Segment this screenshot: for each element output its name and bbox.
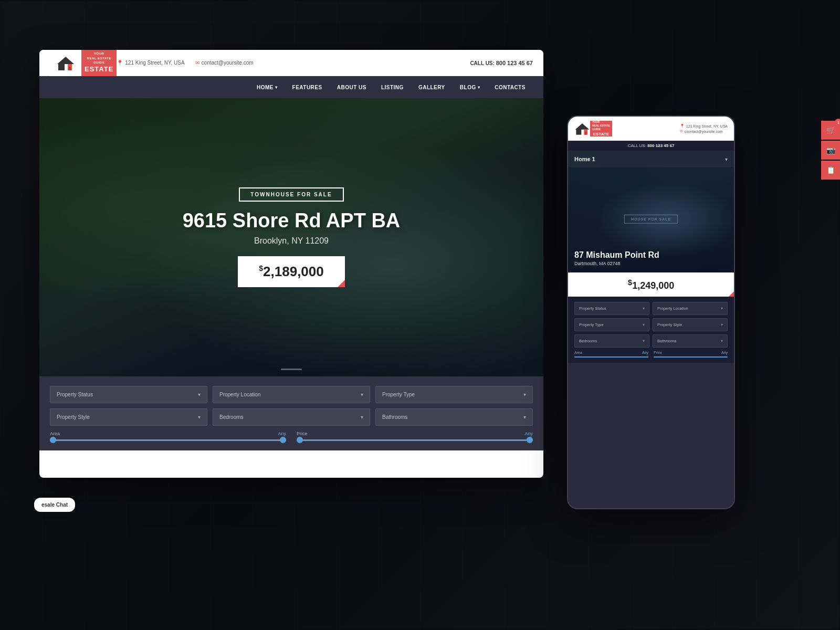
chevron-down-icon: ▾ (643, 322, 645, 327)
nav-home[interactable]: HOME ▾ (249, 76, 285, 98)
svg-rect-0 (58, 63, 65, 70)
nav-blog-arrow: ▾ (478, 85, 480, 90)
cart-icon: 🛒 (826, 126, 835, 134)
nav-features[interactable]: FEATURES (285, 76, 330, 98)
desktop-nav: HOME ▾ FEATURES ABOUT US LISTING GALLERY… (39, 76, 543, 98)
mobile-email-info: ✉ csontact@yoursite.com (680, 129, 728, 133)
mobile-mockup: YOURREAL ESTATEGUIDE ESTATE 📍 121 King S… (567, 116, 735, 509)
price-slider-group: Price Any (297, 431, 533, 441)
camera-button[interactable]: 📷 (821, 141, 840, 160)
area-slider-group: Area Any (50, 431, 286, 441)
chat-widget: esale Chat (34, 498, 75, 512)
chat-bubble[interactable]: esale Chat (34, 498, 75, 512)
chevron-down-icon: ▾ (361, 414, 363, 420)
nav-listing[interactable]: LISTING (374, 76, 411, 98)
mobile-filter-row-1: Property Status ▾ Property Location ▾ (574, 302, 728, 315)
svg-rect-4 (576, 129, 581, 135)
price-slider-fill (297, 439, 533, 441)
svg-rect-3 (69, 67, 71, 70)
mobile-price-slider-track[interactable] (654, 356, 728, 358)
mobile-property-type-select[interactable]: Property Type ▾ (574, 318, 649, 331)
mobile-hero: HOUSE FOR SALE 87 Mishaum Point Rd Dartm… (568, 167, 734, 272)
property-style-select[interactable]: Property Style ▾ (50, 408, 207, 426)
property-address: 9615 Shore Rd APT BA (183, 210, 401, 232)
mobile-location-icon: 📍 (680, 124, 685, 128)
mobile-bedrooms-select[interactable]: Bedrooms ▾ (574, 334, 649, 348)
property-status-select[interactable]: Property Status ▾ (50, 386, 207, 403)
mobile-area-slider-fill (574, 356, 648, 358)
filters-sliders: Area Any Price Any (50, 431, 533, 441)
mobile-price-label: Price Any (654, 351, 728, 354)
chevron-down-icon: ▾ (643, 306, 645, 311)
property-badge: TOWNHOUSE FOR SALE (239, 187, 343, 202)
mobile-city: Dartmouth, MA 02748 (574, 261, 659, 266)
mobile-header: YOURREAL ESTATEGUIDE ESTATE 📍 121 King S… (568, 117, 734, 141)
side-panel: 🛒 1 📷 📋 (821, 121, 840, 180)
hero-section: TOWNHOUSE FOR SALE 9615 Shore Rd APT BA … (39, 98, 543, 376)
camera-icon: 📷 (826, 146, 835, 154)
mobile-nav-dropdown[interactable]: Home 1 ▾ (568, 151, 734, 167)
mobile-sliders: Area Any Price Any (574, 351, 728, 358)
mobile-price-slider: Price Any (654, 351, 728, 358)
bathrooms-select[interactable]: Bathrooms ▾ (375, 408, 533, 426)
mobile-call-bar: CALL US: 800 123 45 67 (568, 141, 734, 151)
mobile-property-style-select[interactable]: Property Style ▾ (653, 318, 728, 331)
mobile-area-slider-track[interactable] (574, 356, 648, 358)
mobile-bathrooms-select[interactable]: Bathrooms ▾ (653, 334, 728, 348)
chevron-down-icon: ▾ (721, 306, 723, 311)
address-info: 📍 121 King Street, NY, USA (117, 60, 184, 66)
area-slider-thumb-right[interactable] (280, 437, 286, 443)
price-value: $2,189,000 (259, 264, 323, 279)
chevron-down-icon: ▾ (523, 414, 526, 420)
price-slider-track[interactable] (297, 439, 533, 441)
mobile-header-info: 📍 121 King Street, NY, USA ✉ csontact@yo… (680, 124, 728, 133)
mobile-hero-content: 87 Mishaum Point Rd Dartmouth, MA 02748 (574, 250, 659, 266)
chevron-down-icon: ▾ (643, 339, 645, 343)
mobile-nav-chevron-icon: ▾ (725, 156, 728, 162)
filters-row-2: Property Style ▾ Bedrooms ▾ Bathrooms ▾ (50, 408, 533, 426)
mobile-property-status-select[interactable]: Property Status ▾ (574, 302, 649, 315)
nav-about[interactable]: ABOUT US (330, 76, 374, 98)
mobile-filters: Property Status ▾ Property Location ▾ Pr… (568, 297, 734, 363)
filters-row-1: Property Status ▾ Property Location ▾ Pr… (50, 386, 533, 403)
bedrooms-select[interactable]: Bedrooms ▾ (213, 408, 370, 426)
desktop-header: YOURREAL ESTATEGUIDE ESTATE 📍 121 King S… (39, 50, 543, 76)
logo-text-box: YOURREAL ESTATEGUIDE ESTATE (81, 50, 117, 76)
email-info: ✉ contact@yoursite.com (195, 60, 254, 66)
property-location-select[interactable]: Property Location ▾ (213, 386, 370, 403)
svg-marker-5 (575, 123, 590, 130)
price-slider-label: Price Any (297, 431, 533, 436)
nav-blog[interactable]: BLOG ▾ (453, 76, 487, 98)
nav-contacts[interactable]: CONTACTS (487, 76, 533, 98)
chevron-down-icon: ▾ (198, 392, 201, 397)
chevron-down-icon: ▾ (721, 322, 723, 327)
svg-rect-7 (585, 132, 586, 135)
area-slider-track[interactable] (50, 439, 286, 441)
logo-estate: ESTATE (85, 65, 113, 74)
price-slider-thumb-left[interactable] (297, 437, 303, 443)
header-info: 📍 121 King Street, NY, USA ✉ contact@you… (117, 60, 253, 66)
price-slider-thumb-right[interactable] (527, 437, 533, 443)
nav-gallery[interactable]: GALLERY (411, 76, 453, 98)
cart-button[interactable]: 🛒 1 (821, 121, 840, 140)
email-icon: ✉ (195, 60, 200, 66)
logo-tagline: YOURREAL ESTATEGUIDE (87, 51, 111, 65)
mobile-area-slider: Area Any (574, 351, 648, 358)
mobile-logo-text: YOURREAL ESTATEGUIDE ESTATE (590, 121, 612, 136)
list-icon: 📋 (826, 166, 835, 174)
area-slider-label: Area Any (50, 431, 286, 436)
property-type-select[interactable]: Property Type ▾ (375, 386, 533, 403)
logo-area: YOURREAL ESTATEGUIDE ESTATE (50, 50, 117, 76)
area-slider-fill (50, 439, 286, 441)
desktop-mockup: YOURREAL ESTATEGUIDE ESTATE 📍 121 King S… (39, 50, 543, 478)
mobile-property-location-select[interactable]: Property Location ▾ (653, 302, 728, 315)
mobile-logo-area: YOURREAL ESTATEGUIDE ESTATE (574, 121, 612, 136)
notification-badge: 1 (835, 119, 840, 126)
filters-bar: Property Status ▾ Property Location ▾ Pr… (39, 376, 543, 450)
chevron-down-icon: ▾ (721, 339, 723, 343)
mobile-logo-icon (574, 121, 590, 136)
svg-marker-1 (57, 57, 74, 64)
property-city: Brooklyn, NY 11209 (183, 236, 401, 246)
list-button[interactable]: 📋 (821, 161, 840, 180)
area-slider-thumb-left[interactable] (50, 437, 56, 443)
